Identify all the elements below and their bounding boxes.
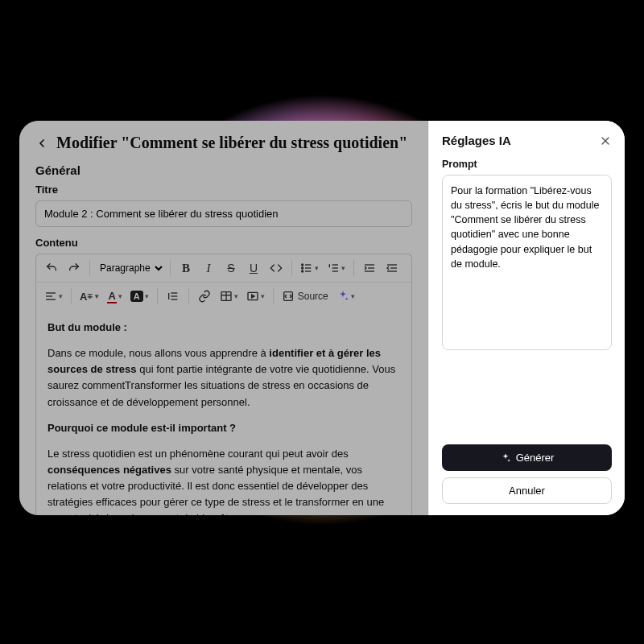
undo-icon[interactable] <box>41 258 62 279</box>
content-paragraph-1: Dans ce module, nous allons vous apprend… <box>47 345 400 411</box>
indent-increase-icon[interactable] <box>359 258 380 279</box>
link-icon[interactable] <box>194 286 215 307</box>
content-heading-1: But du module : <box>47 321 127 333</box>
toolbar-separator <box>89 260 90 276</box>
toolbar-separator <box>273 288 274 304</box>
svg-marker-26 <box>251 295 254 298</box>
content-editor-area[interactable]: But du module : Dans ce module, nous all… <box>35 310 412 515</box>
section-general-heading: Général <box>35 163 412 177</box>
media-icon[interactable]: ▾ <box>243 286 268 307</box>
bold-button[interactable]: B <box>175 258 196 279</box>
redo-icon[interactable] <box>64 258 85 279</box>
ai-sparkle-button[interactable]: ▾ <box>333 286 358 307</box>
svg-point-4 <box>302 270 303 272</box>
editor-pane: Modifier "Comment se libérer du stress q… <box>19 121 428 515</box>
italic-button[interactable]: I <box>198 258 219 279</box>
table-icon[interactable]: ▾ <box>217 286 242 307</box>
toolbar-separator <box>71 288 72 304</box>
chevron-down-icon: ▾ <box>351 292 355 300</box>
editor-toolbar: Paragraphe B I S U ▾ ▾ ▾ A∓▾ A▾ A▾ <box>35 254 412 310</box>
toolbar-separator <box>353 260 354 276</box>
toolbar-separator <box>291 260 292 276</box>
app-window: Modifier "Comment se libérer du stress q… <box>19 121 625 515</box>
title-input[interactable] <box>35 200 412 227</box>
chevron-down-icon: ▾ <box>261 292 265 300</box>
strikethrough-button[interactable]: S <box>221 258 242 279</box>
align-icon[interactable]: ▾ <box>41 286 66 307</box>
chevron-down-icon: ▾ <box>234 292 238 300</box>
back-chevron-icon[interactable] <box>35 137 48 150</box>
quote-icon[interactable] <box>163 286 184 307</box>
indent-decrease-icon[interactable] <box>382 258 402 279</box>
ai-settings-panel: Réglages IA Prompt Générer Annuler <box>428 121 625 515</box>
chevron-down-icon: ▾ <box>95 292 99 300</box>
content-heading-2: Pourquoi ce module est-il important ? <box>47 422 236 434</box>
toolbar-separator <box>170 260 171 276</box>
page-title: Modifier "Comment se libérer du stress q… <box>56 134 407 152</box>
content-paragraph-2: Le stress quotidien est un phénomène cou… <box>47 446 400 515</box>
chevron-down-icon: ▾ <box>59 292 63 300</box>
svg-point-0 <box>302 264 303 266</box>
font-color-button[interactable]: A▾ <box>104 286 125 307</box>
highlight-color-button[interactable]: A▾ <box>127 286 152 307</box>
chevron-down-icon: ▾ <box>341 264 345 272</box>
generate-button[interactable]: Générer <box>442 444 612 471</box>
font-size-button[interactable]: A∓▾ <box>76 286 102 307</box>
prompt-label: Prompt <box>442 159 612 170</box>
paragraph-style-select[interactable]: Paragraphe <box>95 258 165 278</box>
chevron-down-icon: ▾ <box>118 292 122 300</box>
code-icon[interactable] <box>266 258 287 279</box>
toolbar-separator <box>188 288 189 304</box>
svg-point-2 <box>302 267 303 269</box>
bullet-list-icon[interactable]: ▾ <box>297 258 322 279</box>
numbered-list-icon[interactable]: ▾ <box>324 258 349 279</box>
underline-button[interactable]: U <box>243 258 264 279</box>
source-button[interactable]: Source <box>279 286 332 307</box>
title-field-label: Titre <box>35 184 412 196</box>
content-field-label: Contenu <box>35 237 412 249</box>
sparkle-icon <box>500 452 511 464</box>
close-icon[interactable] <box>599 134 612 147</box>
prompt-textarea[interactable] <box>442 175 612 350</box>
toolbar-separator <box>157 288 158 304</box>
chevron-down-icon: ▾ <box>145 292 149 300</box>
cancel-button[interactable]: Annuler <box>442 477 612 504</box>
chevron-down-icon: ▾ <box>315 264 319 272</box>
panel-title: Réglages IA <box>442 134 511 147</box>
